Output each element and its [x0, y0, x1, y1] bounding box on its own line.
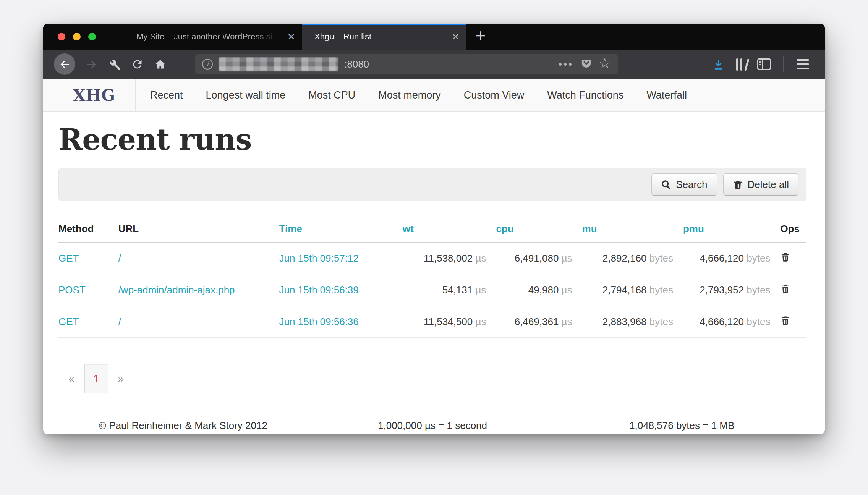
- sort-mu-link[interactable]: mu: [582, 223, 597, 235]
- tab-xhgui-run-list[interactable]: Xhgui - Run list ✕: [302, 24, 466, 50]
- nav-item-custom-view[interactable]: Custom View: [452, 89, 536, 101]
- wt-unit: µs: [475, 252, 486, 264]
- cpu-value: 6,491,080 µs: [496, 242, 582, 274]
- home-button[interactable]: [149, 53, 172, 75]
- delete-all-button-label: Delete all: [748, 179, 789, 191]
- footer-copyright: © Paul Reinheimer & Mark Story 2012: [58, 420, 308, 432]
- table-row: GET / Jun 15th 09:57:12 11,538,002 µs 6,…: [58, 242, 806, 274]
- footer-bytes-note: 1,048,576 bytes = 1 MB: [557, 420, 806, 432]
- close-window-button[interactable]: [58, 33, 65, 40]
- run-url-link[interactable]: /wp-admin/admin-ajax.php: [118, 284, 235, 296]
- hamburger-icon: [797, 59, 809, 69]
- run-time-link[interactable]: Jun 15th 09:56:39: [279, 284, 359, 296]
- download-icon: [712, 58, 725, 71]
- downloads-button[interactable]: [707, 53, 730, 75]
- mu-value: 2,883,968 bytes: [582, 306, 683, 338]
- new-tab-button[interactable]: +: [466, 24, 495, 50]
- run-time-link[interactable]: Jun 15th 09:56:36: [279, 316, 359, 327]
- zoom-window-button[interactable]: [88, 33, 96, 40]
- pagination: « 1 »: [58, 364, 806, 393]
- run-time-link[interactable]: Jun 15th 09:57:12: [279, 252, 359, 264]
- col-header-wt: wt: [403, 217, 496, 242]
- nav-item-most-cpu[interactable]: Most CPU: [297, 89, 367, 101]
- run-method-link[interactable]: POST: [58, 284, 86, 296]
- nav-item-longest-wall-time[interactable]: Longest wall time: [194, 89, 297, 101]
- sort-pmu-link[interactable]: pmu: [683, 223, 704, 235]
- tab-title: My Site – Just another WordPress si: [136, 32, 282, 42]
- run-method-link[interactable]: GET: [58, 252, 79, 264]
- toolbar-divider: [783, 56, 784, 72]
- sidebar-button[interactable]: [753, 53, 776, 75]
- mu-unit: bytes: [649, 252, 673, 264]
- run-url-link[interactable]: /: [118, 252, 121, 264]
- back-button[interactable]: [54, 53, 75, 75]
- mu-unit: bytes: [649, 284, 673, 296]
- col-header-mu: mu: [582, 217, 683, 242]
- sort-wt-link[interactable]: wt: [403, 223, 414, 235]
- delete-run-button[interactable]: [780, 315, 790, 327]
- page-content: Recent runs Search Delete all: [43, 125, 825, 434]
- sort-cpu-link[interactable]: cpu: [496, 223, 513, 235]
- pagination-prev[interactable]: «: [58, 373, 84, 385]
- redacted-url: [219, 57, 338, 71]
- site-info-icon[interactable]: i: [202, 59, 213, 70]
- search-button-label: Search: [676, 179, 707, 191]
- tab-my-site[interactable]: My Site – Just another WordPress si ✕: [124, 24, 302, 50]
- reload-button[interactable]: [126, 53, 149, 75]
- wt-value: 11,534,500 µs: [403, 306, 496, 338]
- cpu-unit: µs: [562, 252, 572, 264]
- page-tools-button[interactable]: [103, 53, 126, 75]
- nav-item-waterfall[interactable]: Waterfall: [635, 89, 698, 101]
- window-controls: [43, 24, 124, 50]
- xhgui-logo[interactable]: XHG: [73, 86, 115, 105]
- run-url-link[interactable]: /: [118, 316, 121, 327]
- forward-button[interactable]: [80, 53, 103, 75]
- col-header-ops: Ops: [780, 217, 806, 242]
- mu-value: 2,892,160 bytes: [582, 242, 683, 274]
- col-header-time: Time: [279, 217, 403, 242]
- pmu-unit: bytes: [747, 316, 770, 327]
- runs-table: Method URL Time wt cpu mu pmu Ops GET /: [58, 217, 806, 338]
- mu-unit: bytes: [649, 316, 673, 327]
- delete-all-button[interactable]: Delete all: [723, 173, 798, 196]
- pmu-unit: bytes: [747, 252, 770, 264]
- wrench-icon: [108, 58, 121, 71]
- pmu-value: 2,793,952 bytes: [683, 274, 781, 306]
- pagination-next[interactable]: »: [108, 373, 134, 385]
- trash-icon: [780, 315, 790, 326]
- search-button[interactable]: Search: [651, 173, 717, 196]
- nav-item-most-memory[interactable]: Most memory: [367, 89, 452, 101]
- close-tab-icon[interactable]: ✕: [287, 31, 295, 42]
- browser-toolbar: i :8080 ☆: [43, 50, 825, 79]
- delete-run-button[interactable]: [780, 283, 790, 295]
- menu-button[interactable]: [791, 53, 814, 75]
- pocket-icon[interactable]: [580, 57, 593, 71]
- minimize-window-button[interactable]: [73, 33, 81, 40]
- page-footer: © Paul Reinheimer & Mark Story 2012 1,00…: [58, 405, 806, 432]
- nav-item-watch-functions[interactable]: Watch Functions: [536, 89, 635, 101]
- col-header-cpu: cpu: [496, 217, 582, 242]
- search-icon: [661, 180, 671, 190]
- main-nav: Recent Longest wall time Most CPU Most m…: [136, 79, 698, 111]
- cpu-value: 6,469,361 µs: [496, 306, 582, 338]
- page-actions-button[interactable]: [557, 63, 574, 66]
- nav-item-recent[interactable]: Recent: [139, 89, 194, 101]
- xhgui-navbar: XHG Recent Longest wall time Most CPU Mo…: [43, 79, 825, 112]
- forward-icon: [85, 58, 98, 71]
- logo-container: XHG: [43, 79, 136, 111]
- run-method-link[interactable]: GET: [58, 316, 79, 327]
- library-button[interactable]: [730, 53, 753, 75]
- close-tab-icon[interactable]: ✕: [452, 31, 460, 42]
- wt-unit: µs: [475, 316, 486, 327]
- pagination-page-1[interactable]: 1: [84, 364, 108, 393]
- sort-time-link[interactable]: Time: [279, 223, 302, 235]
- address-bar[interactable]: i :8080 ☆: [195, 54, 618, 74]
- browser-window: My Site – Just another WordPress si ✕ Xh…: [43, 24, 825, 434]
- trash-icon: [780, 251, 790, 262]
- delete-run-button[interactable]: [780, 251, 790, 264]
- page-title: Recent runs: [58, 125, 806, 154]
- tab-bar: My Site – Just another WordPress si ✕ Xh…: [43, 24, 825, 50]
- bookmark-star-button[interactable]: ☆: [599, 57, 611, 72]
- wt-value: 54,131 µs: [403, 274, 496, 306]
- home-icon: [154, 58, 167, 71]
